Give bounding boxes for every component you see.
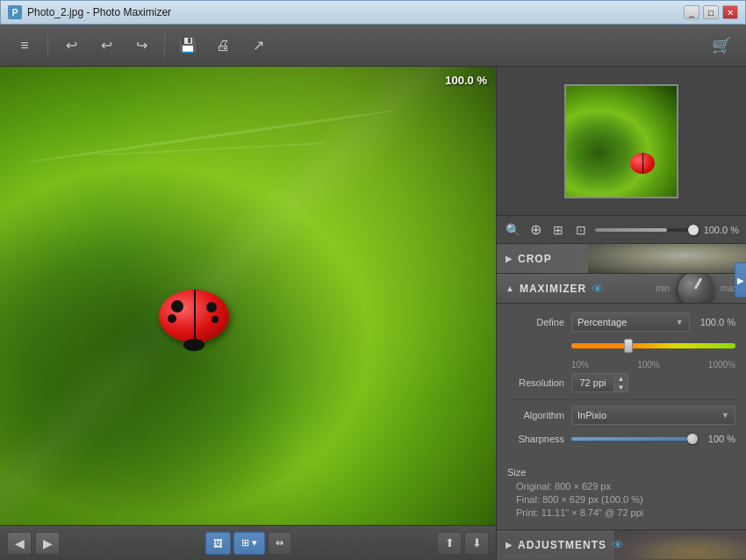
sharpness-row: Sharpness 100 % [507,432,735,446]
spot-1 [171,300,183,312]
original-size: Original: 800 × 629 px [507,481,735,492]
sharpness-fill [571,437,698,441]
crop-section-header[interactable]: ▶ CROP [497,244,746,274]
preview-section [497,67,746,216]
maximizer-section-header[interactable]: ▲ MAXIMIZER 👁 min max [497,274,746,304]
crop-arrow-icon: ▶ [506,254,513,263]
ladybug-body [159,290,229,342]
adjustments-arrow-icon: ▶ [506,540,513,549]
toolbar: ≡ ↩ ↩ ↪ 💾 🖨 ↗ 🛒 [0,25,746,67]
maximizer-knob[interactable] [677,274,714,304]
export-button[interactable]: ⬇ [464,532,489,555]
redo-button[interactable]: ↪ [126,30,157,61]
spinner-up-button[interactable]: ▲ [613,375,628,384]
canvas-nav: ◀ ▶ [7,532,60,555]
controls-section: Define Percentage ▼ 100.0 % [497,304,746,462]
percentage-slider-thumb[interactable] [624,339,633,353]
spinner-down-button[interactable]: ▼ [613,384,628,391]
define-select-arrow: ▼ [676,318,684,327]
split-view-icon: ⊞ [241,537,249,549]
menu-button[interactable]: ≡ [9,30,40,61]
panel-content: ▶ CROP ▲ MAXIMIZER 👁 min max [497,244,746,560]
zoom-percent-label: 100.0 % [704,225,739,235]
compare-view-icon: ⇔ [276,537,283,549]
algorithm-label: Algorithm [507,410,564,420]
app-container: ≡ ↩ ↩ ↪ 💾 🖨 ↗ 🛒 [0,25,746,560]
maximizer-arrow-icon: ▲ [506,284,514,293]
actual-size-button[interactable]: ⊡ [572,221,590,239]
define-select-value: Percentage [577,317,627,327]
single-view-button[interactable]: 🖼 [205,532,231,555]
zoom-display: 100.0 % [445,74,487,87]
leaf-vein [26,110,395,164]
cart-button[interactable]: 🛒 [706,30,737,61]
maximize-button[interactable]: □ [703,5,719,19]
zoom-slider-thumb[interactable] [688,225,699,235]
panel-expand-button[interactable]: ▶ [735,262,746,298]
back-button[interactable]: ↩ [55,30,87,61]
toolbar-separator-2 [164,33,165,58]
sharpness-value: 100 % [708,434,735,444]
canvas-toolbar: ◀ ▶ 🖼 ⊞ ▾ ⇔ ⬆ ⬇ [0,525,496,560]
final-size: Final: 800 × 629 px (100.0 %) [507,494,735,505]
define-row: Define Percentage ▼ 100.0 % [507,312,735,332]
slider-label-1000: 1000% [708,360,735,370]
compare-view-button[interactable]: ⇔ [268,532,291,555]
spot-3 [206,302,217,312]
adjustments-background-image [614,530,746,559]
define-select[interactable]: Percentage ▼ [571,312,690,332]
resolution-spinner[interactable]: 72 ppi ▲ ▼ [571,373,628,392]
minimize-button[interactable]: _ [684,5,699,19]
adjustments-eye-icon[interactable]: 👁 [612,538,624,552]
undo-button[interactable]: ↩ [90,30,122,61]
preview-ladybug [630,153,655,174]
crop-bg-inner [588,244,746,273]
nav-next-button[interactable]: ▶ [35,532,60,555]
maximizer-eye-icon[interactable]: 👁 [592,282,604,296]
adjustments-section-title: ADJUSTMENTS [518,539,606,551]
algorithm-row: Algorithm InPixio ▼ [507,406,735,425]
size-section: Size Original: 800 × 629 px Final: 800 ×… [497,462,746,529]
sharpness-thumb[interactable] [687,434,698,444]
slider-label-10: 10% [571,360,589,370]
zoom-out-button[interactable]: 🔍 [504,221,521,239]
percentage-slider[interactable] [571,339,735,353]
percentage-slider-track [571,343,735,348]
zoom-in-button[interactable]: ⊕ [527,221,544,239]
resolution-value: 72 ppi [572,377,613,388]
ladybug [159,290,229,351]
spinner-buttons: ▲ ▼ [613,375,628,391]
algorithm-select[interactable]: InPixio ▼ [571,406,735,425]
app-icon: P [8,5,22,19]
split-view-button[interactable]: ⊞ ▾ [233,532,265,555]
fit-view-button[interactable]: ⊞ [549,221,567,239]
preview-thumbnail [564,84,678,198]
content-area: 100.0 % ◀ ▶ 🖼 ⊞ ▾ ⇔ [0,67,746,560]
photo-background [0,67,496,525]
title-bar: P Photo_2.jpg - Photo Maximizer _ □ ✕ [0,0,746,25]
maximizer-section-title: MAXIMIZER [520,283,586,295]
share-button[interactable]: ↗ [242,30,274,61]
nav-prev-button[interactable]: ◀ [7,532,32,555]
spot-2 [168,314,176,323]
divider-1 [507,399,735,400]
sharpness-slider[interactable] [571,432,698,446]
spot-4 [212,316,219,323]
window-title: Photo_2.jpg - Photo Maximizer [27,6,171,18]
define-percent-value: 100.0 % [700,317,735,327]
define-label: Define [507,317,564,327]
print-size: Print: 11.11" × 8.74" @ 72 ppi [507,507,735,518]
save-button[interactable]: 💾 [172,30,204,61]
photo-canvas[interactable]: 100.0 % ◀ ▶ 🖼 ⊞ ▾ ⇔ [0,67,496,560]
close-button[interactable]: ✕ [722,5,738,19]
zoom-slider[interactable] [595,228,699,232]
size-title: Size [507,467,735,477]
print-button[interactable]: 🖨 [207,30,239,61]
resolution-label: Resolution [507,377,564,388]
crop-background-image [588,244,746,273]
canvas-action-buttons: ⬆ ⬇ [437,532,489,555]
adjustments-section-header[interactable]: ▶ ADJUSTMENTS 👁 [497,529,746,559]
upload-button[interactable]: ⬆ [437,532,462,555]
zoom-slider-fill [595,228,667,232]
knob-min-label: min [656,284,670,293]
